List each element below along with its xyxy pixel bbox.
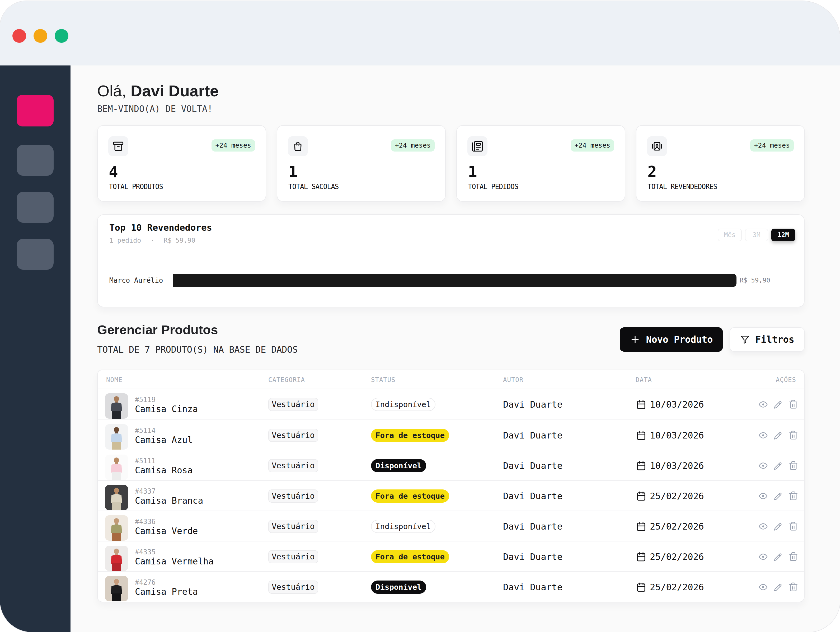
product-date: 25/02/2026 xyxy=(636,541,704,572)
edit-icon[interactable] xyxy=(773,461,783,471)
top-resellers-panel: Top 10 Revendedores 1 pedido·R$ 59,90 Mê… xyxy=(97,214,805,307)
product-photo-figure xyxy=(105,546,128,571)
row-actions xyxy=(758,511,798,541)
reseller-name: Marco Aurélio xyxy=(109,276,173,284)
separator-dot: · xyxy=(150,236,154,244)
calendar-icon xyxy=(636,582,647,593)
col-header-acoes: AÇÕES xyxy=(776,376,796,384)
view-icon[interactable] xyxy=(758,582,768,592)
product-photo xyxy=(105,546,128,571)
new-product-label: Novo Produto xyxy=(646,334,713,345)
view-icon[interactable] xyxy=(758,522,768,531)
product-row: #4336 Camisa Verde Vestuário Indisponíve… xyxy=(98,511,804,541)
new-product-button[interactable]: Novo Produto xyxy=(620,327,723,351)
stat-icon-box xyxy=(288,136,308,156)
delete-icon[interactable] xyxy=(788,461,798,471)
delete-icon[interactable] xyxy=(788,582,798,592)
filters-button[interactable]: Filtros xyxy=(729,327,805,351)
product-author: Davi Duarte xyxy=(503,389,562,419)
product-date-text: 25/02/2026 xyxy=(650,491,704,501)
product-date-text: 10/03/2026 xyxy=(650,399,704,410)
stat-period-badge: +24 meses xyxy=(391,139,435,151)
edit-icon[interactable] xyxy=(773,491,783,501)
status-chip: Indisponível xyxy=(371,520,436,533)
range-button-12m[interactable]: 12M xyxy=(771,229,795,241)
delete-icon[interactable] xyxy=(788,552,798,562)
stat-icon-box xyxy=(647,136,667,156)
stat-label: TOTAL PRODUTOS xyxy=(109,183,163,191)
products-section-subtitle: TOTAL DE 7 PRODUTO(S) NA BASE DE DADOS xyxy=(97,344,298,355)
delete-icon[interactable] xyxy=(788,399,798,410)
calendar-icon xyxy=(636,430,647,441)
product-name: Camisa Cinza xyxy=(135,404,198,414)
range-button-mês[interactable]: Mês xyxy=(718,229,742,241)
funnel-icon xyxy=(740,334,750,345)
view-icon[interactable] xyxy=(758,461,768,471)
stat-label: TOTAL PEDIDOS xyxy=(468,183,518,191)
status-chip: Fora de estoque xyxy=(371,489,449,503)
col-header-status: STATUS xyxy=(371,376,396,384)
product-row: #5114 Camisa Azul Vestuário Fora de esto… xyxy=(98,419,804,450)
col-header-data: DATA xyxy=(636,376,652,384)
product-id: #4276 xyxy=(135,578,156,586)
view-icon[interactable] xyxy=(758,399,768,410)
product-id: #5119 xyxy=(135,396,156,403)
calendar-icon xyxy=(636,551,647,562)
delete-icon[interactable] xyxy=(788,491,798,501)
edit-icon[interactable] xyxy=(773,430,783,440)
product-row: #5119 Camisa Cinza Vestuário Indisponíve… xyxy=(98,389,804,419)
edit-icon[interactable] xyxy=(773,552,783,562)
category-chip: Vestuário xyxy=(268,489,318,503)
product-photo-figure xyxy=(105,515,128,541)
reseller-bar-row: Marco Aurélio R$ 59,90 xyxy=(109,274,793,287)
stat-card: +24 meses 1 TOTAL SACOLAS xyxy=(277,125,446,202)
stat-icon-box xyxy=(108,136,128,156)
product-photo-figure xyxy=(105,485,128,510)
product-name: Camisa Rosa xyxy=(135,465,193,476)
calendar-icon xyxy=(636,490,647,501)
greeting-hello: Olá, xyxy=(97,82,126,100)
status-chip: Fora de estoque xyxy=(371,429,449,442)
category-chip: Vestuário xyxy=(268,398,318,411)
product-photo-figure xyxy=(105,455,128,480)
range-button-3m[interactable]: 3M xyxy=(745,229,768,241)
col-header-autor: AUTOR xyxy=(503,376,523,384)
products-section-title: Gerenciar Produtos xyxy=(97,322,218,337)
stat-value: 1 xyxy=(468,164,477,180)
delete-icon[interactable] xyxy=(788,522,798,531)
receipt-icon xyxy=(472,140,483,152)
row-actions xyxy=(758,481,798,511)
product-date: 25/02/2026 xyxy=(636,572,704,602)
stat-value: 1 xyxy=(288,164,298,180)
product-row: #4335 Camisa Vermelha Vestuário Fora de … xyxy=(98,541,804,571)
view-icon[interactable] xyxy=(758,491,768,501)
product-id: #4337 xyxy=(135,487,156,495)
row-actions xyxy=(758,451,798,481)
product-row: #4276 Camisa Preta Vestuário Disponível … xyxy=(98,571,804,602)
product-name: Camisa Azul xyxy=(135,435,193,445)
product-date-text: 25/02/2026 xyxy=(650,582,704,593)
category-chip: Vestuário xyxy=(268,550,318,563)
products-table: NOME CATEGORIA STATUS AUTOR DATA AÇÕES #… xyxy=(97,370,805,602)
edit-icon[interactable] xyxy=(773,522,783,531)
delete-icon[interactable] xyxy=(788,430,798,440)
edit-icon[interactable] xyxy=(773,582,783,592)
edit-icon[interactable] xyxy=(773,399,783,410)
product-author: Davi Duarte xyxy=(503,451,562,481)
stat-period-badge: +24 meses xyxy=(212,139,255,151)
category-chip: Vestuário xyxy=(268,580,318,594)
stat-period-badge: +24 meses xyxy=(750,139,794,151)
stat-label: TOTAL SACOLAS xyxy=(288,183,339,191)
product-id: #4335 xyxy=(135,548,156,556)
archive-icon xyxy=(112,140,124,152)
product-photo xyxy=(105,424,128,449)
row-actions xyxy=(758,420,798,451)
view-icon[interactable] xyxy=(758,430,768,440)
product-photo-figure xyxy=(105,393,128,419)
shopping-bag-icon xyxy=(292,140,304,152)
product-author: Davi Duarte xyxy=(503,420,562,451)
amount-summary: R$ 59,90 xyxy=(163,236,195,244)
stat-label: TOTAL REVENDEDORES xyxy=(647,183,717,191)
status-chip: Disponível xyxy=(371,580,426,594)
view-icon[interactable] xyxy=(758,552,768,562)
